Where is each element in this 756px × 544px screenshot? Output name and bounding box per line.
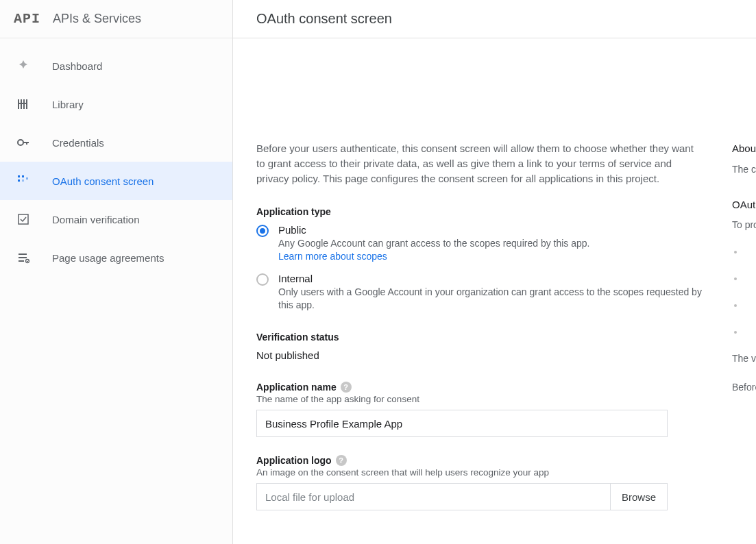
app-type-radio-group: Public Any Google Account can grant acce…	[256, 224, 702, 312]
main: OAuth consent screen Before your users a…	[233, 0, 756, 544]
check-icon	[15, 211, 32, 227]
radio-internal[interactable]	[256, 273, 269, 286]
svg-point-7	[26, 260, 29, 263]
svg-rect-3	[18, 180, 20, 182]
info-panel: About the consent screen The consent scr…	[725, 38, 756, 544]
radio-public[interactable]	[256, 225, 269, 237]
svg-point-0	[18, 140, 23, 145]
sidebar-nav: Dashboard Library Credentials OAuth cons…	[0, 38, 232, 277]
info-heading-about: About the consent screen	[732, 141, 756, 157]
radio-option-internal[interactable]: Internal Only users with a Google Accoun…	[256, 273, 702, 312]
dashboard-icon	[15, 58, 32, 74]
application-logo-field: Application logo ? An image on the conse…	[256, 455, 702, 510]
consent-icon	[15, 173, 32, 189]
sidebar-header: API APIs & Services	[0, 0, 232, 38]
svg-rect-1	[18, 175, 20, 177]
verification-status-value: Not published	[256, 349, 702, 361]
sidebar-item-label: Dashboard	[52, 60, 217, 72]
info-text: To protect you and your users, your cons…	[732, 218, 756, 232]
sidebar: API APIs & Services Dashboard Library	[0, 0, 233, 544]
key-icon	[15, 134, 32, 151]
api-logo: API	[14, 11, 40, 27]
sidebar-item-oauth-consent[interactable]: OAuth consent screen	[0, 162, 232, 200]
application-logo-label: Application logo	[256, 455, 332, 466]
sidebar-item-label: OAuth consent screen	[52, 175, 217, 187]
sidebar-item-label: Library	[52, 99, 217, 110]
help-icon[interactable]: ?	[336, 455, 347, 466]
logo-upload-input[interactable]: Local file for upload	[256, 483, 611, 510]
sidebar-title: APIs & Services	[53, 12, 141, 26]
info-heading-oauth: OAuth verification	[732, 197, 756, 213]
radio-desc: Only users with a Google Account in your…	[278, 286, 702, 312]
info-text: Before your consent screen and applicati…	[732, 380, 756, 395]
browse-button[interactable]: Browse	[611, 483, 668, 510]
sidebar-item-label: Domain verification	[52, 214, 217, 225]
learn-more-scopes-link[interactable]: Learn more about scopes	[278, 251, 387, 262]
application-name-field: Application name ? The name of the app a…	[256, 382, 702, 437]
app-type-label: Application type	[256, 206, 702, 217]
svg-rect-2	[22, 175, 24, 177]
radio-title: Public	[278, 224, 702, 236]
radio-title: Internal	[278, 273, 702, 284]
sidebar-item-library[interactable]: Library	[0, 85, 232, 123]
application-name-label: Application name	[256, 382, 337, 393]
svg-rect-5	[26, 177, 28, 180]
help-icon[interactable]: ?	[341, 382, 352, 393]
sidebar-item-label: Page usage agreements	[52, 252, 217, 264]
application-name-hint: The name of the app asking for consent	[256, 394, 702, 404]
application-logo-hint: An image on the consent screen that will…	[256, 467, 702, 478]
form-area: Before your users authenticate, this con…	[233, 38, 725, 544]
agreement-icon	[15, 249, 32, 266]
application-name-input[interactable]	[256, 410, 668, 437]
verification-status-label: Verification status	[256, 332, 702, 343]
radio-option-public[interactable]: Public Any Google Account can grant acce…	[256, 224, 702, 262]
sidebar-item-page-usage[interactable]: Page usage agreements	[0, 238, 232, 277]
sidebar-item-credentials[interactable]: Credentials	[0, 123, 232, 162]
svg-rect-4	[22, 180, 24, 182]
sidebar-item-domain-verification[interactable]: Domain verification	[0, 200, 232, 238]
intro-text: Before your users authenticate, this con…	[256, 141, 702, 186]
info-text: The consent screen tells your users who …	[732, 162, 756, 177]
info-text: The verification process may take up to …	[732, 351, 756, 366]
page-title: OAuth consent screen	[233, 0, 756, 38]
radio-desc: Any Google Account can grant access to t…	[278, 237, 702, 251]
sidebar-item-dashboard[interactable]: Dashboard	[0, 47, 232, 85]
svg-rect-6	[19, 214, 28, 224]
info-bullet-list	[732, 245, 756, 339]
sidebar-item-label: Credentials	[52, 137, 217, 149]
library-icon	[15, 96, 32, 112]
